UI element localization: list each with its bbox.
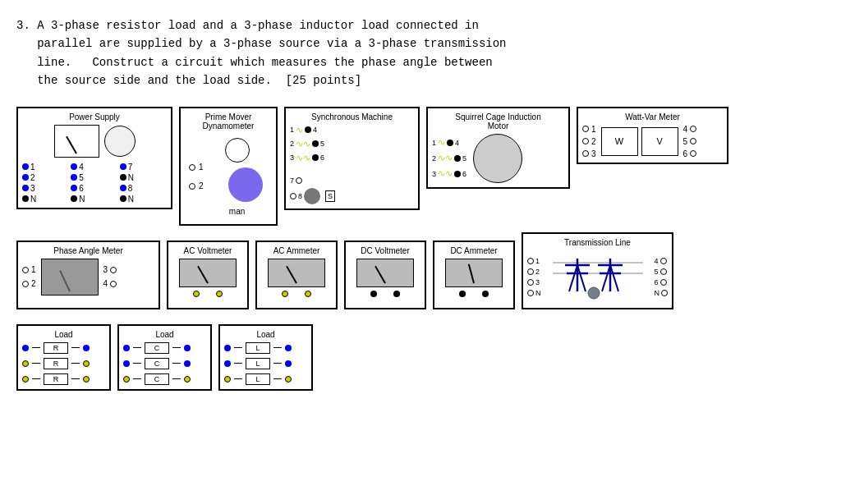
load-l-title: Load [224,330,307,339]
load-c-title: Load [123,330,206,339]
ac-v-term-2 [216,291,223,297]
squirrel-cage-component: Squirrel Cage Induction Motor 1 ∿ 4 2 ∿∿… [426,107,570,189]
ac-voltmeter-title: AC Voltmeter [172,246,243,255]
ps-top [22,125,167,158]
sc-row-1: 1 ∿ 4 [432,137,466,148]
pa-e4 [110,281,117,287]
wv-meter-v: V [641,127,678,156]
dot-n4 [120,195,126,202]
ps-cell-N4: N [120,195,167,204]
wv-dot-1: 1 [582,125,596,134]
lc-l1a [133,347,141,349]
row2: Phase Angle Meter 1 2 3 4 AC Voltmeter [16,232,825,309]
pm-dot-1 [189,164,195,171]
dot-1 [22,163,29,170]
dc-ammeter-component: DC Ammeter [433,241,515,309]
dc-voltmeter-inner [350,259,420,297]
question-text: 3. A 3-phase resistor load and a 3-phase… [16,16,825,90]
pm-inner: 1 2 man [185,134,272,220]
ps-cell-1: 1 [22,163,69,172]
sc-num-4: 4 [455,139,459,147]
load-c-row-1: C [123,342,206,354]
sm-num-5: 5 [320,140,324,148]
sm-rotor [304,188,320,204]
wv-e5 [690,138,696,144]
prime-mover-component: Prime Mover Dynamometer 1 2 man [179,107,278,226]
wv-dot-4: 4 [683,125,697,134]
lr-y2r [83,360,90,367]
squirrel-cage-title: Squirrel Cage Induction Motor [432,112,564,131]
wv-e4 [690,126,696,132]
lc-b1r [184,345,191,351]
tl-re4 [660,258,667,264]
power-supply-component: Power Supply 1 4 7 2 5 N 3 6 8 N N N [16,107,172,209]
wv-v-label: V [656,136,662,146]
ac-voltmeter-terminals [193,291,223,297]
transmission-line-title: Transmission Line [527,238,668,247]
pa-dot-3: 3 [103,265,117,274]
dc-ammeter-terminals [459,291,489,297]
lc-elem-2: C [145,358,169,369]
ll-l2b [273,363,282,364]
load-c-inner: C C C [123,342,206,385]
wv-e3 [582,150,589,157]
wv-meter-w: W [601,127,638,156]
ll-l1b [273,347,282,349]
tl-re5 [660,268,667,275]
tl-le2 [527,268,534,275]
sm-row-1: 1 ∿ 4 [290,125,335,135]
tl-le3 [527,279,534,286]
lr-elem-3: R [44,373,68,385]
dc-voltmeter-component: DC Voltmeter [344,241,426,309]
lc-b1 [123,345,130,351]
wv-w-label: W [615,136,623,146]
components-grid: Power Supply 1 4 7 2 5 N 3 6 8 N N N Pri… [16,107,825,226]
tl-left-3: 3 [527,278,541,286]
lr-elem-2: R [44,358,68,369]
pa-dots-left: 1 2 [22,265,36,288]
svg-line-10 [602,265,610,291]
sc-row-2: 2 ∿∿ 5 [432,153,466,163]
svg-line-11 [610,265,618,291]
ll-b2r [285,360,292,367]
sm-terminals-left: 1 ∿ 4 2 ∿∿ 5 3 ∿∿ 6 [290,125,335,204]
load-r-row-1: R [22,342,105,354]
wv-e6 [690,150,696,157]
sm-num-6: 6 [320,153,324,162]
pm-label-2: 2 [199,181,204,190]
lc-b2r [184,360,191,367]
lc-elem-1: C [145,342,169,354]
sm-dot-r2 [312,140,319,147]
transmission-line-component: Transmission Line 1 2 3 N [522,232,673,309]
sm-dot-r1 [305,126,311,133]
sm-row-8: 8 S [290,188,335,204]
ps-cell-5: 5 [71,173,117,182]
ll-l1a [234,347,242,349]
lr-b1 [22,345,29,351]
lc-l1b [172,347,181,349]
load-l-row-1: L [224,342,307,354]
pm-label-1: 1 [199,163,204,172]
sc-wave-2: ∿∿ [438,153,453,163]
ac-a-term-1 [282,291,288,297]
sm-num-8: 8 [298,192,302,200]
load-l-inner: L L L [224,342,307,385]
sm-wave-2: ∿∿ [296,139,310,149]
sc-dot-1 [447,140,453,146]
tl-right-4: 4 [655,257,669,265]
pa-e1 [22,267,29,273]
dot-8 [120,185,126,191]
lr-l3a [32,378,40,380]
sm-row-7: 7 [290,176,335,185]
lc-y3r [184,376,191,383]
sm-dot-r3 [312,154,319,161]
sc-dot-2 [454,155,461,162]
wv-dot-3: 3 [582,149,596,158]
wv-dot-6: 6 [683,149,697,158]
dc-ammeter-inner [439,259,509,297]
lr-b1r [83,345,90,351]
dot-7 [120,163,126,170]
pm-big-circle [228,167,263,202]
pa-dot-1: 1 [22,265,36,274]
lc-l2b [172,363,181,364]
